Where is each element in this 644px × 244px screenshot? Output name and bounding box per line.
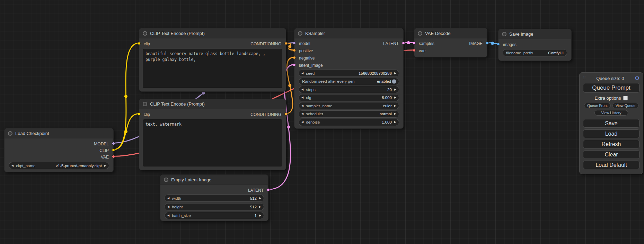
prompt-textarea[interactable]: text, watermark	[143, 119, 282, 166]
clip-output-slot[interactable]	[112, 148, 115, 152]
collapse-dot-icon[interactable]	[502, 32, 506, 36]
node-title-bar[interactable]: Load Checkpoint	[5, 128, 113, 138]
decrement-arrow-icon[interactable]: ◀	[301, 121, 303, 124]
images-input-slot[interactable]	[497, 43, 500, 46]
collapse-dot-icon[interactable]	[8, 131, 12, 136]
conditioning-output-slot[interactable]	[284, 112, 288, 116]
output-label-conditioning: CONDITIONING	[250, 112, 281, 117]
latent-image-input-slot[interactable]	[293, 63, 296, 66]
decrement-arrow-icon[interactable]: ◀	[167, 197, 169, 200]
conditioning-output-slot[interactable]	[284, 42, 288, 45]
clip-input-slot[interactable]	[138, 42, 141, 45]
load-default-button[interactable]: Load Default	[583, 161, 639, 169]
random-seed-toggle-widget[interactable]: Random seed after every gen enabled	[299, 78, 399, 85]
view-history-button[interactable]: View History	[594, 110, 628, 116]
output-label-vae: VAE	[101, 155, 109, 160]
queue-prompt-button[interactable]: Queue Prompt	[583, 83, 639, 93]
load-checkpoint-node[interactable]: Load Checkpoint MODEL CLIP VAE ◀ ckpt_na…	[4, 128, 114, 172]
input-label-negative: negative	[299, 56, 315, 61]
denoise-widget[interactable]: ◀ denoise 1.000 ▶	[299, 119, 399, 126]
decrement-arrow-icon[interactable]: ◀	[167, 214, 169, 217]
widget-value: v1-5-pruned-emaonly.ckpt	[56, 164, 102, 168]
drag-handle-icon[interactable]: ⠿	[583, 76, 586, 80]
clip-input-slot[interactable]	[138, 112, 141, 116]
collapse-dot-icon[interactable]	[143, 31, 147, 36]
width-widget[interactable]: ◀ width 512 ▶	[165, 195, 264, 202]
latent-output-slot[interactable]	[267, 188, 270, 191]
clip-text-encode-positive-node[interactable]: CLIP Text Encode (Prompt) clip CONDITION…	[139, 28, 286, 92]
node-title-bar[interactable]: Empty Latent Image	[160, 175, 268, 185]
collapse-dot-icon[interactable]	[418, 31, 422, 36]
save-button[interactable]: Save	[583, 119, 639, 128]
increment-arrow-icon[interactable]: ▶	[394, 121, 396, 124]
latent-output-slot[interactable]	[402, 42, 405, 45]
output-label-clip: CLIP	[99, 148, 109, 153]
increment-arrow-icon[interactable]: ▶	[394, 72, 396, 75]
load-button[interactable]: Load	[583, 129, 639, 138]
node-title-bar[interactable]: KSampler	[294, 28, 403, 38]
queue-front-button[interactable]: Queue Front	[584, 103, 611, 108]
clear-button[interactable]: Clear	[583, 150, 639, 159]
save-image-node[interactable]: Save Image images filename_prefix ComfyU…	[498, 29, 572, 61]
prev-arrow-icon[interactable]: ◀	[11, 164, 14, 167]
decrement-arrow-icon[interactable]: ◀	[301, 96, 303, 99]
refresh-button[interactable]: Refresh	[583, 140, 639, 148]
next-arrow-icon[interactable]: ▶	[394, 105, 396, 107]
toggle-knob[interactable]	[392, 79, 396, 84]
node-title-bar[interactable]: Save Image	[499, 29, 571, 39]
collapse-dot-icon[interactable]	[143, 102, 147, 106]
extra-options-checkbox[interactable]	[623, 96, 628, 100]
increment-arrow-icon[interactable]: ▶	[259, 214, 261, 217]
increment-arrow-icon[interactable]: ▶	[259, 206, 261, 208]
clip-text-encode-negative-node[interactable]: CLIP Text Encode (Prompt) clip CONDITION…	[139, 99, 286, 170]
decrement-arrow-icon[interactable]: ◀	[167, 206, 169, 208]
vae-decode-node[interactable]: VAE Decode samples IMAGE vae	[414, 28, 487, 57]
increment-arrow-icon[interactable]: ▶	[259, 197, 261, 200]
view-queue-button[interactable]: View Queue	[612, 103, 638, 108]
empty-latent-image-node[interactable]: Empty Latent Image LATENT ◀ width 512 ▶ …	[160, 174, 268, 221]
steps-widget[interactable]: ◀ steps 20 ▶	[299, 86, 399, 93]
model-input-slot[interactable]	[293, 42, 296, 45]
ckpt-name-widget[interactable]: ◀ ckpt_name v1-5-pruned-emaonly.ckpt ▶	[9, 162, 109, 169]
ksampler-node[interactable]: KSampler model LATENT positive negative …	[294, 28, 404, 129]
positive-input-slot[interactable]	[293, 49, 296, 52]
node-title: KSampler	[305, 31, 325, 36]
increment-arrow-icon[interactable]: ▶	[394, 96, 396, 99]
settings-gear-icon[interactable]: ⚙	[635, 75, 639, 81]
widget-label: Random seed after every gen	[302, 79, 355, 83]
output-label-model: MODEL	[94, 142, 109, 146]
height-widget[interactable]: ◀ height 512 ▶	[165, 203, 264, 210]
widget-label: scheduler	[306, 112, 323, 116]
filename-prefix-widget[interactable]: filename_prefix ComfyUI	[503, 49, 567, 56]
node-title-bar[interactable]: CLIP Text Encode (Prompt)	[139, 28, 286, 38]
batch-size-widget[interactable]: ◀ batch_size 1 ▶	[165, 212, 264, 219]
image-output-slot[interactable]	[486, 42, 489, 45]
input-label-clip: clip	[144, 42, 150, 46]
vae-output-slot[interactable]	[112, 155, 115, 158]
node-title-bar[interactable]: VAE Decode	[414, 28, 487, 38]
samples-input-slot[interactable]	[413, 42, 416, 45]
output-label-conditioning: CONDITIONING	[250, 42, 281, 46]
prev-arrow-icon[interactable]: ◀	[301, 105, 303, 107]
node-title-bar[interactable]: CLIP Text Encode (Prompt)	[139, 99, 286, 109]
increment-arrow-icon[interactable]: ▶	[394, 88, 396, 91]
collapse-dot-icon[interactable]	[298, 31, 302, 36]
node-title: Save Image	[509, 31, 533, 37]
seed-widget[interactable]: ◀ seed 156680208700286 ▶	[299, 70, 399, 77]
decrement-arrow-icon[interactable]: ◀	[301, 72, 303, 75]
next-arrow-icon[interactable]: ▶	[394, 112, 396, 115]
next-arrow-icon[interactable]: ▶	[104, 164, 106, 167]
sampler-name-widget[interactable]: ◀ sampler_name euler ▶	[299, 102, 399, 109]
widget-value: 1	[254, 214, 256, 218]
widget-value: 20	[387, 88, 392, 92]
decrement-arrow-icon[interactable]: ◀	[301, 88, 303, 91]
model-output-slot[interactable]	[112, 142, 115, 145]
collapse-dot-icon[interactable]	[164, 178, 168, 182]
negative-input-slot[interactable]	[293, 56, 296, 59]
cfg-widget[interactable]: ◀ cfg 8.000 ▶	[299, 94, 399, 101]
prompt-textarea[interactable]: beautiful scenery nature glass bottle la…	[143, 49, 282, 88]
vae-input-slot[interactable]	[413, 49, 416, 52]
prev-arrow-icon[interactable]: ◀	[301, 112, 303, 115]
input-label-images: images	[503, 42, 517, 47]
scheduler-widget[interactable]: ◀ scheduler normal ▶	[299, 110, 399, 118]
